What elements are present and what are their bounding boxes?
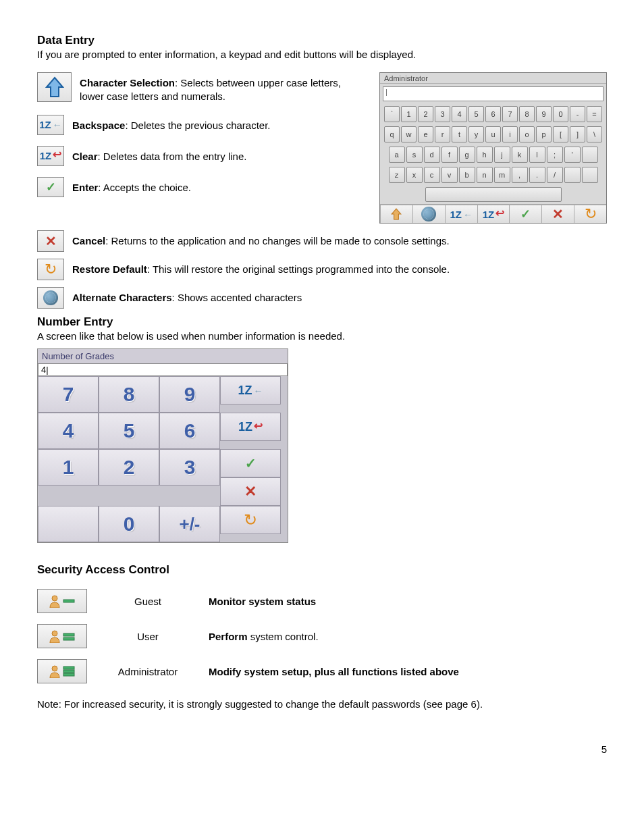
keyboard-key[interactable]: 4: [452, 106, 467, 122]
keyboard-key[interactable]: b: [459, 167, 475, 183]
numpad-key-2[interactable]: 2: [99, 449, 159, 486]
numpad-backspace[interactable]: 1Z: [220, 376, 281, 405]
keyboard-key[interactable]: 2: [418, 106, 433, 122]
keyboard-key[interactable]: 1: [401, 106, 417, 122]
restore-icon: ↻: [244, 511, 257, 529]
enter-button[interactable]: ✓: [37, 177, 64, 197]
alt-chars-button[interactable]: [37, 287, 64, 309]
keyboard-key[interactable]: d: [424, 147, 440, 163]
keyboard-key[interactable]: e: [418, 126, 433, 142]
keyboard-key[interactable]: u: [485, 126, 501, 142]
keyboard-key[interactable]: [564, 167, 581, 183]
numpad-restore[interactable]: ↻: [220, 506, 281, 534]
svg-rect-3: [63, 633, 74, 636]
numpad-enter[interactable]: ✓: [220, 449, 281, 477]
keyboard-key[interactable]: [: [553, 126, 568, 142]
numpad-panel: Number of Grades 4| 7 8 9 1Z 4 5 6 1Z 1 …: [37, 348, 288, 543]
kb-shift-button[interactable]: [380, 205, 412, 223]
user-role-icon: [37, 624, 87, 648]
numpad-key-9[interactable]: 9: [159, 376, 220, 413]
numpad-key-8[interactable]: 8: [99, 376, 159, 413]
numpad-input[interactable]: 4|: [38, 363, 288, 376]
keyboard-key[interactable]: 7: [502, 106, 518, 122]
keyboard-key[interactable]: ]: [570, 126, 585, 142]
backspace-button[interactable]: 1Z: [37, 115, 64, 135]
keyboard-key[interactable]: ,: [512, 167, 528, 183]
numpad-key-4[interactable]: 4: [38, 413, 99, 449]
kb-restore-button[interactable]: ↻: [574, 205, 606, 223]
restore-button[interactable]: ↻: [37, 259, 64, 280]
kb-backspace-button[interactable]: 1Z: [445, 205, 477, 223]
keyboard-key[interactable]: [582, 167, 598, 183]
keyboard-key[interactable]: x: [406, 167, 423, 183]
keyboard-key[interactable]: y: [468, 126, 484, 142]
keyboard-key[interactable]: l: [529, 147, 545, 163]
keyboard-key[interactable]: a: [389, 147, 405, 163]
numpad-key-1[interactable]: 1: [38, 449, 99, 486]
keyboard-key[interactable]: ;: [547, 147, 563, 163]
keyboard-key[interactable]: j: [494, 147, 510, 163]
keyboard-key[interactable]: f: [441, 147, 458, 163]
qwerty-title: Administrator: [380, 73, 606, 84]
numpad-cancel[interactable]: ✕: [220, 477, 281, 506]
user-role-label: User: [101, 619, 209, 654]
keyboard-key[interactable]: [582, 147, 598, 163]
kb-clear-button[interactable]: 1Z: [477, 205, 510, 223]
svg-point-0: [52, 596, 57, 601]
keyboard-key[interactable]: \: [587, 126, 602, 142]
keyboard-key[interactable]: o: [519, 126, 535, 142]
keyboard-key[interactable]: h: [477, 147, 493, 163]
qwerty-row-2: qwertyuiop[]\: [380, 124, 606, 145]
keyboard-key[interactable]: g: [459, 147, 475, 163]
clear-desc: Clear: Deletes data from the entry line.: [72, 146, 246, 163]
keyboard-key[interactable]: c: [424, 167, 440, 183]
keyboard-key[interactable]: 3: [435, 106, 450, 122]
cancel-button[interactable]: ✕: [37, 230, 64, 252]
svg-point-5: [52, 666, 57, 671]
clear-button[interactable]: 1Z: [37, 146, 64, 166]
keyboard-key[interactable]: 6: [485, 106, 501, 122]
kb-enter-button[interactable]: ✓: [509, 205, 541, 223]
keyboard-key[interactable]: /: [547, 167, 563, 183]
keyboard-key[interactable]: r: [435, 126, 450, 142]
keyboard-key[interactable]: i: [502, 126, 518, 142]
restore-desc: Restore Default: This will restore the o…: [72, 259, 450, 276]
keyboard-key[interactable]: s: [406, 147, 423, 163]
numpad-key-0[interactable]: 0: [99, 506, 159, 542]
keyboard-key[interactable]: 8: [519, 106, 535, 122]
keyboard-key[interactable]: v: [441, 167, 458, 183]
security-table: Guest Monitor system status User Perform…: [37, 583, 473, 689]
keyboard-key[interactable]: k: [512, 147, 528, 163]
keyboard-key[interactable]: 9: [536, 106, 552, 122]
keyboard-key[interactable]: 0: [553, 106, 568, 122]
keyboard-key[interactable]: ': [564, 147, 581, 163]
spacebar-key[interactable]: [425, 187, 562, 202]
backspace-icon: 1Z: [238, 384, 263, 398]
keyboard-key[interactable]: n: [477, 167, 493, 183]
char-select-button[interactable]: [37, 72, 72, 102]
qwerty-input[interactable]: |: [383, 86, 603, 101]
numpad-key-blank[interactable]: [38, 506, 99, 542]
numpad-key-6[interactable]: 6: [159, 413, 220, 449]
numpad-clear[interactable]: 1Z: [220, 413, 281, 441]
keyboard-key[interactable]: m: [494, 167, 510, 183]
backspace-icon: 1Z: [450, 209, 473, 220]
keyboard-key[interactable]: q: [384, 126, 400, 142]
keyboard-key[interactable]: `: [384, 106, 400, 122]
backspace-desc: Backspace: Deletes the previous characte…: [72, 115, 271, 132]
keyboard-key[interactable]: z: [389, 167, 405, 183]
kb-cancel-button[interactable]: ✕: [541, 205, 574, 223]
keyboard-key[interactable]: -: [570, 106, 585, 122]
numpad-key-5[interactable]: 5: [99, 413, 159, 449]
keyboard-key[interactable]: =: [587, 106, 602, 122]
keyboard-key[interactable]: w: [401, 126, 417, 142]
numpad-key-3[interactable]: 3: [159, 449, 220, 486]
numpad-key-sign[interactable]: +/-: [159, 506, 220, 542]
keyboard-key[interactable]: .: [529, 167, 545, 183]
numpad-key-7[interactable]: 7: [38, 376, 99, 413]
keyboard-key[interactable]: p: [536, 126, 552, 142]
kb-globe-button[interactable]: [412, 205, 445, 223]
x-icon: ✕: [552, 206, 564, 222]
keyboard-key[interactable]: 5: [468, 106, 484, 122]
keyboard-key[interactable]: t: [452, 126, 467, 142]
